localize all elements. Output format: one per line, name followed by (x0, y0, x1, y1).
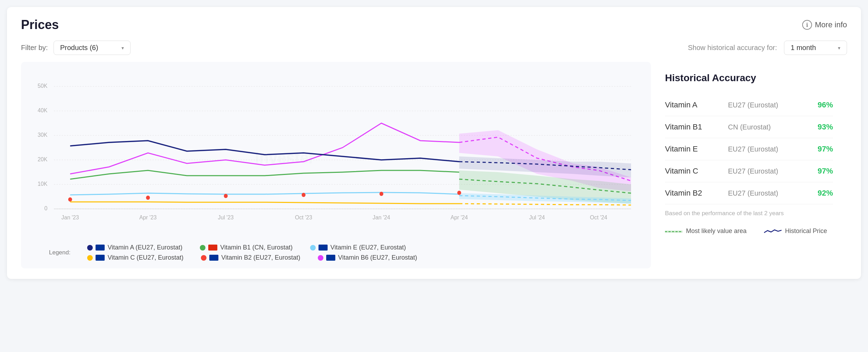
svg-text:10K: 10K (38, 180, 48, 187)
accuracy-region-vit-b1: CN (Eurostat) (728, 123, 808, 131)
historical-accuracy-title: Historical Accuracy (665, 72, 833, 84)
month-dropdown[interactable]: 1 month ▾ (784, 41, 847, 55)
vit-b2-label: Vitamin B2 (EU27, Eurostat) (221, 254, 300, 261)
price-chart: 50K 40K 30K 20K 10K 0 Jan '23 Apr '23 Ju… (28, 72, 644, 240)
accuracy-row-vit-b2: Vitamin B2 EU27 (Eurostat) 92% (665, 182, 833, 204)
filter-by-label: Filter by: (21, 44, 48, 52)
eu-flag-b6 (326, 255, 335, 261)
svg-text:Jan '24: Jan '24 (373, 214, 390, 220)
accuracy-pct-vit-c: 97% (808, 167, 833, 176)
accuracy-region-vit-c: EU27 (Eurostat) (728, 167, 808, 175)
accuracy-region-vit-b2: EU27 (Eurostat) (728, 189, 808, 197)
accuracy-pct-vit-e: 97% (808, 145, 833, 154)
vit-a-label: Vitamin A (EU27, Eurostat) (107, 244, 182, 251)
more-info-button[interactable]: ℹ More info (802, 20, 847, 30)
most-likely-legend: Most likely value area (665, 227, 747, 235)
page-title: Prices (21, 17, 59, 32)
svg-text:Jul '24: Jul '24 (529, 214, 545, 220)
svg-point-29 (302, 193, 306, 197)
most-likely-label: Most likely value area (686, 227, 747, 235)
cn-flag-b1 (208, 245, 217, 251)
historical-accuracy-label: Show historical accuracy for: (688, 44, 777, 52)
accuracy-pct-vit-b2: 92% (808, 189, 833, 198)
vit-b2-dot (201, 255, 206, 261)
svg-text:40K: 40K (38, 107, 48, 113)
svg-text:Oct '24: Oct '24 (590, 214, 607, 220)
legend-item-vit-c: Vitamin C (EU27, Eurostat) (87, 254, 183, 261)
accuracy-region-vit-a: EU27 (Eurostat) (728, 101, 808, 109)
eu-flag-c (96, 255, 105, 261)
legend-item-vit-b1: Vitamin B1 (CN, Eurostat) (200, 244, 293, 251)
chart-legend: Legend: Vitamin A (EU27, Eurostat) Vitam… (28, 244, 644, 261)
chevron-down-icon-2: ▾ (838, 45, 840, 51)
sidebar-panel: Historical Accuracy Vitamin A EU27 (Euro… (651, 62, 847, 268)
eu-flag-b2 (209, 255, 218, 261)
accuracy-name-vit-b1: Vitamin B1 (665, 122, 728, 132)
accuracy-name-vit-e: Vitamin E (665, 145, 728, 154)
products-dropdown-value: Products (6) (60, 44, 98, 52)
legend-item-vit-b2: Vitamin B2 (EU27, Eurostat) (201, 254, 300, 261)
vit-b1-dot (200, 245, 205, 251)
accuracy-row-vit-e: Vitamin E EU27 (Eurostat) 97% (665, 138, 833, 160)
accuracy-region-vit-e: EU27 (Eurostat) (728, 145, 808, 153)
svg-point-26 (68, 197, 72, 202)
historical-price-legend: Historical Price (764, 227, 827, 235)
svg-point-27 (146, 196, 150, 200)
vit-e-label: Vitamin E (EU27, Eurostat) (330, 244, 406, 251)
chevron-down-icon: ▾ (121, 45, 124, 51)
svg-text:Jul '23: Jul '23 (218, 214, 234, 220)
legend-item-vit-e: Vitamin E (EU27, Eurostat) (310, 244, 406, 251)
accuracy-name-vit-c: Vitamin C (665, 167, 728, 176)
svg-text:30K: 30K (38, 131, 48, 138)
legend-item-vit-b6: Vitamin B6 (EU27, Eurostat) (318, 254, 417, 261)
accuracy-row-vit-b1: Vitamin B1 CN (Eurostat) 93% (665, 116, 833, 138)
historical-price-icon (764, 228, 782, 235)
svg-text:Jan '23: Jan '23 (61, 214, 79, 220)
svg-text:Invester: Invester (255, 148, 314, 167)
svg-text:Apr '23: Apr '23 (139, 214, 156, 220)
svg-point-30 (379, 192, 383, 196)
svg-text:20K: 20K (38, 156, 48, 162)
more-info-label: More info (815, 20, 847, 29)
accuracy-pct-vit-b1: 93% (808, 122, 833, 132)
svg-text:50K: 50K (38, 82, 48, 89)
legend-label: Legend: (49, 249, 70, 256)
info-icon: ℹ (802, 20, 812, 30)
chart-area: 50K 40K 30K 20K 10K 0 Jan '23 Apr '23 Ju… (21, 62, 651, 268)
accuracy-name-vit-b2: Vitamin B2 (665, 189, 728, 198)
accuracy-row-vit-c: Vitamin C EU27 (Eurostat) 97% (665, 160, 833, 182)
vit-e-dot (310, 245, 316, 251)
vit-c-dot (87, 255, 93, 261)
svg-point-28 (224, 194, 227, 198)
svg-text:Apr '24: Apr '24 (450, 214, 468, 220)
sidebar-legend: Most likely value area Historical Price (665, 227, 833, 235)
vit-b1-label: Vitamin B1 (CN, Eurostat) (220, 244, 293, 251)
svg-point-31 (457, 191, 461, 195)
eu-flag-a (96, 245, 105, 251)
vit-c-label: Vitamin C (EU27, Eurostat) (107, 254, 183, 261)
based-on-text: Based on the performance of the last 2 y… (665, 210, 833, 217)
vit-b6-label: Vitamin B6 (EU27, Eurostat) (338, 254, 417, 261)
products-dropdown[interactable]: Products (6) ▾ (54, 41, 131, 55)
most-likely-icon (665, 228, 682, 235)
accuracy-row-vit-a: Vitamin A EU27 (Eurostat) 96% (665, 94, 833, 116)
accuracy-name-vit-a: Vitamin A (665, 100, 728, 110)
svg-text:0: 0 (44, 205, 48, 211)
vit-b6-dot (318, 255, 323, 261)
eu-flag-e (318, 245, 328, 251)
month-dropdown-value: 1 month (791, 44, 816, 52)
historical-price-label: Historical Price (785, 227, 827, 235)
legend-item-vit-a: Vitamin A (EU27, Eurostat) (87, 244, 182, 251)
accuracy-pct-vit-a: 96% (808, 100, 833, 110)
svg-text:Oct '23: Oct '23 (295, 214, 312, 220)
vit-a-dot (87, 245, 93, 251)
